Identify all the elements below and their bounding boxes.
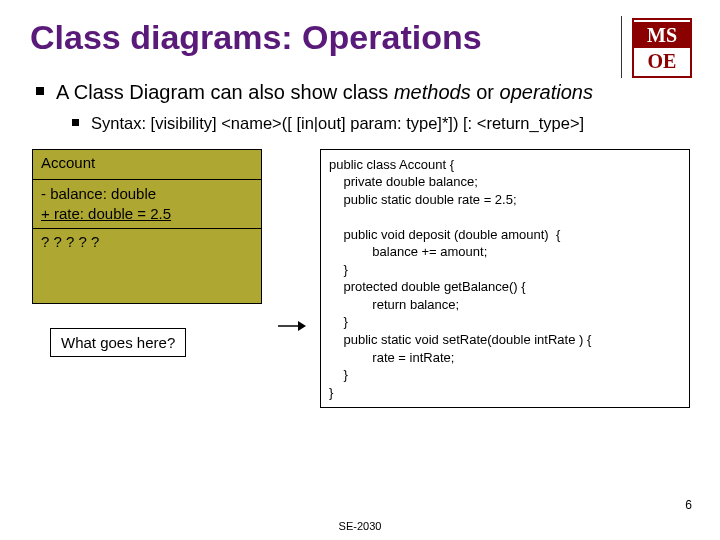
msoe-logo: MS OE: [632, 18, 692, 78]
uml-class-name: Account: [33, 150, 261, 180]
uml-attributes: - balance: double + rate: double = 2.5: [33, 180, 261, 230]
logo-bottom: OE: [648, 48, 677, 74]
bullet-sub: Syntax: [visibility] <name>([ [in|out] p…: [72, 113, 690, 134]
bullet-italic1: methods: [394, 81, 471, 103]
left-col: Account - balance: double + rate: double…: [30, 149, 262, 358]
what-goes-here-label: What goes here?: [50, 328, 186, 357]
uml-operations: ? ? ? ? ?: [33, 229, 261, 303]
bullet-frag1: A Class Diagram can also show class: [56, 81, 394, 103]
code-example: public class Account { private double ba…: [320, 149, 690, 409]
bullet-italic2: operations: [500, 81, 593, 103]
uml-attr-1: - balance: double: [41, 184, 253, 204]
bullet-main-text: A Class Diagram can also show class meth…: [56, 79, 593, 105]
header-divider: [621, 16, 622, 78]
bullet-main: A Class Diagram can also show class meth…: [36, 79, 690, 105]
svg-marker-1: [298, 321, 306, 331]
bullet-frag2: or: [471, 81, 500, 103]
bullet-icon: [72, 119, 79, 126]
bullet-sub-text: Syntax: [visibility] <name>([ [in|out] p…: [91, 113, 584, 134]
logo-top: MS: [634, 22, 690, 48]
uml-attr-2: + rate: double = 2.5: [41, 204, 253, 224]
arrow-icon: [276, 319, 306, 337]
uml-class-box: Account - balance: double + rate: double…: [32, 149, 262, 305]
slide-title: Class diagrams: Operations: [30, 18, 690, 57]
page-number: 6: [685, 498, 692, 512]
bullet-icon: [36, 87, 44, 95]
footer-text: SE-2030: [0, 520, 720, 532]
